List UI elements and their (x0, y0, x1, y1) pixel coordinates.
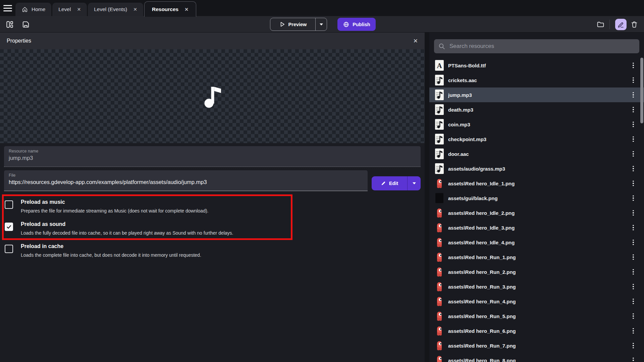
resource-list-item[interactable]: door.aac (429, 146, 644, 161)
resource-name: door.aac (448, 151, 469, 157)
save-icon[interactable] (19, 18, 32, 31)
kebab-menu-icon[interactable] (630, 90, 637, 100)
tab-close-icon[interactable]: ✕ (77, 7, 81, 12)
resource-name: assets/audio/grass.mp3 (448, 166, 505, 172)
resource-list-item[interactable]: crickets.aac (429, 73, 644, 87)
tab-level-events-[interactable]: Level (Events) ✕ (88, 3, 143, 16)
kebab-menu-icon[interactable] (630, 341, 637, 350)
resource-list-item[interactable]: assets\Red hero_Run_6.png (429, 323, 644, 338)
resource-list-item[interactable]: assets/gui/black.png (429, 191, 644, 205)
scrollbar-thumb[interactable] (640, 58, 643, 123)
kebab-menu-icon[interactable] (630, 282, 637, 291)
resource-list-item[interactable]: assets\Red hero_Run_8.png (429, 353, 644, 362)
tab-close-icon[interactable]: ✕ (133, 7, 137, 12)
resource-list-item[interactable]: A PTSans-Bold.ttf (429, 58, 644, 73)
kebab-menu-icon[interactable] (630, 267, 637, 277)
resource-name: assets\Red hero_Idle_1.png (448, 181, 515, 186)
resource-list-item[interactable]: assets\Red hero_Idle_3.png (429, 220, 644, 235)
edit-button[interactable]: Edit (372, 176, 407, 190)
audio-file-icon (435, 148, 444, 160)
resource-list-item[interactable]: assets\Red hero_Idle_1.png (429, 176, 644, 191)
tab-resources[interactable]: Resources ✕ (144, 1, 196, 17)
resource-list-item[interactable]: assets\Red hero_Run_3.png (429, 279, 644, 294)
kebab-menu-icon[interactable] (630, 311, 637, 321)
image-file-icon (435, 251, 444, 263)
kebab-menu-icon[interactable] (630, 193, 637, 203)
publish-button[interactable]: Publish (337, 18, 376, 31)
kebab-menu-icon[interactable] (630, 120, 637, 129)
play-icon (279, 21, 285, 27)
tab-close-icon[interactable]: ✕ (184, 7, 189, 12)
edit-dropdown-caret-icon[interactable] (407, 176, 421, 190)
resource-name: assets\Red hero_Run_8.png (448, 358, 516, 362)
kebab-menu-icon[interactable] (630, 326, 637, 336)
preview-label: Preview (288, 22, 307, 27)
search-icon (438, 43, 445, 50)
tab-label: Level (58, 6, 71, 12)
home-icon (21, 6, 28, 13)
preload-option-row: Preload as sound Loads the fully decoded… (4, 219, 421, 241)
toolbar: Preview Publish (0, 16, 644, 33)
audio-file-icon (435, 133, 444, 145)
resource-name-label: Resource name (9, 149, 416, 154)
preview-split-button: Preview (270, 18, 327, 31)
resource-list-item[interactable]: assets\Red hero_Run_1.png (429, 250, 644, 264)
kebab-menu-icon[interactable] (630, 179, 637, 188)
kebab-menu-icon[interactable] (630, 223, 637, 232)
preview-button[interactable]: Preview (270, 18, 315, 31)
search-input[interactable] (449, 43, 635, 50)
tab-home[interactable]: Home (15, 3, 51, 16)
hamburger-menu-icon[interactable] (0, 0, 15, 16)
font-file-icon: A (435, 60, 444, 71)
resource-name-field[interactable]: Resource name jump.mp3 (4, 146, 421, 167)
resource-name: checkpoint.mp3 (448, 136, 486, 142)
image-file-icon (435, 281, 444, 292)
preview-dropdown-caret-icon[interactable] (315, 18, 327, 31)
kebab-menu-icon[interactable] (630, 149, 637, 159)
resource-list-item[interactable]: assets\Red hero_Run_2.png (429, 264, 644, 279)
kebab-menu-icon[interactable] (630, 61, 637, 70)
black-image-icon (435, 192, 444, 204)
kebab-menu-icon[interactable] (630, 356, 637, 362)
resource-list-item[interactable]: assets/audio/grass.mp3 (429, 161, 644, 176)
kebab-menu-icon[interactable] (630, 134, 637, 144)
trash-icon[interactable] (629, 19, 640, 30)
resource-list-item[interactable]: death.mp3 (429, 102, 644, 117)
properties-title: Properties (7, 38, 31, 44)
kebab-menu-icon[interactable] (630, 252, 637, 262)
resource-list-item[interactable]: assets\Red hero_Run_5.png (429, 309, 644, 323)
kebab-menu-icon[interactable] (630, 75, 637, 85)
kebab-menu-icon[interactable] (630, 238, 637, 247)
resource-list-item[interactable]: checkpoint.mp3 (429, 132, 644, 146)
properties-close-icon[interactable]: ✕ (413, 38, 418, 45)
resource-name: jump.mp3 (448, 92, 472, 98)
pencil-icon (381, 181, 386, 186)
edit-mode-pencil-icon[interactable] (615, 19, 627, 30)
globe-icon (343, 21, 350, 28)
file-row: File https://resources.gdevelop-app.com/… (4, 170, 421, 191)
folder-icon[interactable] (595, 19, 606, 30)
checkbox[interactable] (5, 245, 13, 253)
panels-layout-icon[interactable] (3, 18, 16, 31)
resource-list-item[interactable]: assets\Red hero_Idle_4.png (429, 235, 644, 250)
edit-split-button: Edit (372, 176, 421, 190)
kebab-menu-icon[interactable] (630, 208, 637, 218)
tab-strip: Home Level ✕ Level (Events) ✕ Resources … (15, 0, 196, 16)
resource-list-item[interactable]: jump.mp3 (429, 87, 644, 102)
kebab-menu-icon[interactable] (630, 105, 637, 114)
tab-level[interactable]: Level ✕ (52, 3, 87, 16)
file-value: https://resources.gdevelop-app.com/examp… (9, 179, 363, 185)
properties-header: Properties ✕ (0, 33, 425, 49)
resource-list-item[interactable]: assets\Red hero_Run_4.png (429, 294, 644, 309)
kebab-menu-icon[interactable] (630, 164, 637, 173)
music-note-icon (201, 84, 223, 109)
file-field[interactable]: File https://resources.gdevelop-app.com/… (4, 170, 368, 191)
resource-list-item[interactable]: assets\Red hero_Run_7.png (429, 338, 644, 353)
checkbox[interactable] (5, 200, 13, 209)
checkbox[interactable] (5, 223, 13, 231)
kebab-menu-icon[interactable] (630, 297, 637, 306)
resource-list-item[interactable]: assets\Red hero_Idle_2.png (429, 205, 644, 220)
checkmark-icon (6, 224, 12, 230)
resource-list-item[interactable]: coin.mp3 (429, 117, 644, 132)
properties-panel: Properties ✕ Resource name jump.mp3 File (0, 33, 425, 362)
